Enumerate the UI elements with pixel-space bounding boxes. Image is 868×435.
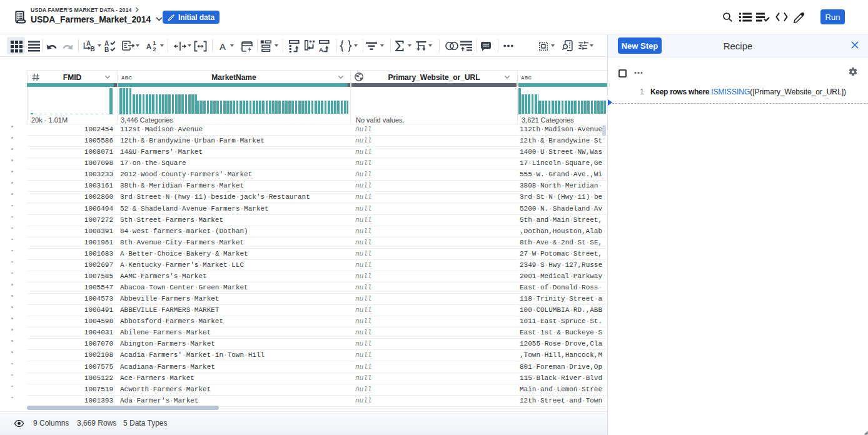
svg-text:A: A (146, 42, 151, 50)
svg-text:A: A (319, 46, 323, 52)
svg-text:B: B (91, 45, 95, 52)
svg-text:1: 1 (153, 40, 156, 46)
svg-text:A: A (220, 41, 226, 51)
svg-text:2: 2 (153, 46, 156, 52)
svg-text:B: B (104, 46, 109, 52)
